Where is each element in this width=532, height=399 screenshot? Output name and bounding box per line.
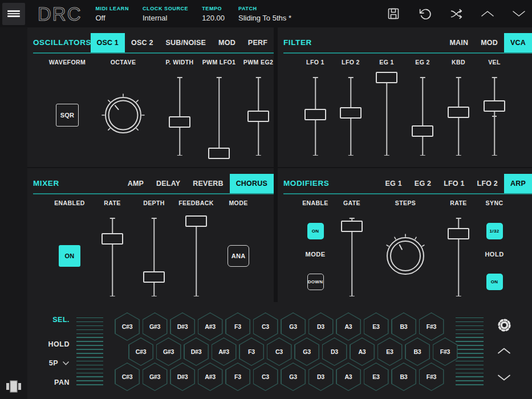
- pad-mode-sel[interactable]: SEL.: [27, 314, 70, 325]
- tab-mod[interactable]: MOD: [474, 33, 504, 52]
- pwidth-slider[interactable]: [168, 77, 191, 156]
- pad-c3[interactable]: C3: [267, 337, 292, 366]
- tab-chorus[interactable]: CHORUS: [230, 174, 274, 193]
- eg2-slider-handle[interactable]: [412, 125, 433, 137]
- patch-down-button[interactable]: [511, 6, 526, 21]
- tab-mod[interactable]: MOD: [212, 33, 242, 52]
- pad-g-3[interactable]: G#3: [143, 363, 168, 391]
- pad-f3[interactable]: F3: [239, 337, 264, 366]
- pad-c3[interactable]: C3: [253, 312, 278, 341]
- pad-g-3[interactable]: G#3: [156, 337, 181, 366]
- tab-arp[interactable]: ARP: [504, 174, 532, 193]
- eg1-slider-handle[interactable]: [376, 72, 397, 83]
- tab-main[interactable]: MAIN: [443, 33, 474, 52]
- eg1-slider[interactable]: [375, 77, 398, 156]
- pad-c-3[interactable]: C#3: [128, 337, 153, 366]
- tab-lfo-1[interactable]: LFO 1: [437, 174, 470, 193]
- rate-slider-handle[interactable]: [101, 233, 123, 245]
- tempo-value[interactable]: 120.00: [202, 14, 225, 22]
- pad-mode-5p[interactable]: 5P: [27, 357, 70, 369]
- pad-b3[interactable]: B3: [405, 337, 430, 366]
- lfo1-slider-handle[interactable]: [304, 109, 326, 120]
- pad-f-3[interactable]: F#3: [419, 363, 444, 391]
- tab-delay[interactable]: DELAY: [150, 174, 186, 193]
- tab-amp[interactable]: AMP: [121, 174, 150, 193]
- pwmlfo1-slider-handle[interactable]: [208, 148, 230, 159]
- pad-a-3[interactable]: A#3: [198, 363, 223, 391]
- pwmeg2-slider-handle[interactable]: [247, 111, 269, 122]
- pad-g3[interactable]: G3: [281, 363, 306, 391]
- tab-eg-2[interactable]: EG 2: [408, 174, 437, 193]
- right-touch-strip[interactable]: [456, 317, 484, 385]
- pad-d3[interactable]: D3: [308, 363, 334, 391]
- pad-a-3[interactable]: A#3: [212, 337, 237, 366]
- lfo2-slider[interactable]: [339, 77, 362, 156]
- gate-slider-handle[interactable]: [341, 221, 363, 232]
- pad-d-3[interactable]: D#3: [170, 312, 195, 341]
- enable-down-button[interactable]: DOWN: [307, 274, 324, 290]
- pad-c3[interactable]: C3: [253, 363, 278, 391]
- tab-perf[interactable]: PERF: [242, 33, 274, 52]
- tab-reverb[interactable]: REVERB: [186, 174, 229, 193]
- gate-slider[interactable]: [340, 218, 363, 296]
- pad-d3[interactable]: D3: [308, 312, 334, 341]
- tab-sub-noise[interactable]: SUB/NOISE: [160, 33, 213, 52]
- pad-a3[interactable]: A3: [350, 337, 375, 366]
- sync-1-32-button[interactable]: 1/32: [486, 223, 503, 239]
- pad-g-3[interactable]: G#3: [143, 312, 168, 341]
- rate-slider-handle[interactable]: [448, 228, 469, 239]
- vel-slider-handle[interactable]: [484, 100, 505, 112]
- pad-c-3[interactable]: C#3: [115, 363, 140, 391]
- keyboard-layout-button[interactable]: [5, 379, 22, 396]
- pad-e3[interactable]: E3: [364, 363, 389, 391]
- tab-lfo-2[interactable]: LFO 2: [471, 174, 504, 193]
- pad-b3[interactable]: B3: [391, 363, 416, 391]
- pad-a-3[interactable]: A#3: [198, 312, 223, 341]
- patch-up-button[interactable]: [480, 6, 495, 21]
- tab-osc-2[interactable]: OSC 2: [125, 33, 160, 52]
- enable-on-button[interactable]: ON: [307, 223, 324, 239]
- pwmeg2-slider[interactable]: [247, 77, 270, 156]
- undo-button[interactable]: [417, 6, 432, 21]
- pad-e3[interactable]: E3: [377, 337, 403, 366]
- pad-d-3[interactable]: D#3: [170, 363, 195, 391]
- octave-knob[interactable]: [99, 91, 147, 139]
- random-patch-button[interactable]: [449, 6, 464, 21]
- midi-learn-value[interactable]: Off: [96, 14, 129, 22]
- pwmlfo1-slider[interactable]: [208, 77, 230, 156]
- pad-mode-hold[interactable]: HOLD: [27, 339, 70, 350]
- clock-source-value[interactable]: Internal: [143, 14, 188, 22]
- pad-c-3[interactable]: C#3: [115, 312, 140, 341]
- kbd-slider-handle[interactable]: [448, 107, 469, 118]
- rate-slider[interactable]: [101, 218, 124, 296]
- rate-slider[interactable]: [447, 218, 470, 296]
- vel-slider[interactable]: [483, 77, 506, 156]
- pad-d-3[interactable]: D#3: [184, 337, 209, 366]
- pad-f3[interactable]: F3: [225, 363, 250, 391]
- lfo1-slider[interactable]: [304, 77, 327, 156]
- pad-g3[interactable]: G3: [294, 337, 319, 366]
- feedback-slider-handle[interactable]: [185, 215, 207, 227]
- enabled-on-button[interactable]: ON: [59, 245, 80, 267]
- mode-ana-button[interactable]: ANA: [228, 245, 249, 267]
- left-touch-strip[interactable]: [76, 317, 103, 385]
- steps-knob[interactable]: [381, 232, 429, 280]
- pad-f-3[interactable]: F#3: [419, 312, 444, 341]
- pad-a3[interactable]: A3: [336, 312, 361, 341]
- pad-settings-button[interactable]: [496, 317, 512, 333]
- sync-on-button[interactable]: ON: [486, 274, 503, 290]
- depth-slider[interactable]: [143, 218, 165, 296]
- pad-a3[interactable]: A3: [336, 363, 361, 391]
- waveform-sqr-button[interactable]: SQR: [56, 104, 79, 127]
- tab-eg-1[interactable]: EG 1: [379, 174, 408, 193]
- eg2-slider[interactable]: [411, 77, 434, 156]
- pad-d3[interactable]: D3: [322, 337, 347, 366]
- feedback-slider[interactable]: [185, 218, 208, 296]
- tab-osc-1[interactable]: OSC 1: [91, 33, 125, 52]
- tab-vca[interactable]: VCA: [504, 33, 532, 52]
- pad-mode-pan[interactable]: PAN: [27, 377, 70, 388]
- pad-f-3[interactable]: F#3: [433, 337, 458, 366]
- octave-up-button[interactable]: [496, 345, 512, 356]
- pad-g3[interactable]: G3: [281, 312, 306, 341]
- depth-slider-handle[interactable]: [143, 271, 165, 283]
